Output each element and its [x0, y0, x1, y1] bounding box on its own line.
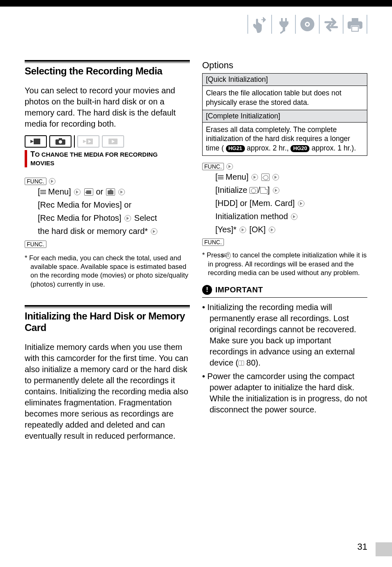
- bullet-erase-warning: Initializing the recording media will pe…: [202, 302, 367, 368]
- photo-tab-icon: [106, 188, 115, 196]
- footnote-media: * For each media, you can check the tota…: [25, 254, 190, 289]
- hdd-icon: [249, 187, 258, 194]
- func-label: FUNC.: [202, 238, 224, 246]
- svg-marker-6: [30, 140, 34, 143]
- arrow-icon: [74, 189, 81, 195]
- photo-rec-mode-icon: [49, 135, 71, 148]
- arrow-icon: [49, 178, 55, 185]
- arrow-icon: [251, 174, 258, 181]
- options-heading: Options: [202, 60, 367, 71]
- transfer-icon: [321, 15, 342, 34]
- steps-block-1: [ Menu] or [Rec Media for Movies] or [Re…: [25, 185, 190, 238]
- wrench-icon: [261, 174, 270, 181]
- set-button-icon: SET: [226, 252, 231, 259]
- hg20-badge: HG20: [291, 145, 309, 152]
- mode-indicator-row: [25, 135, 190, 148]
- quick-init-head: [Quick Initialization]: [203, 74, 367, 86]
- important-icon: !: [202, 285, 212, 295]
- func-label: FUNC.: [25, 241, 46, 248]
- section-title-initialize: Initializing the Hard Disk or Memory Car…: [25, 310, 190, 333]
- right-column: Options [Quick Initialization] Clears th…: [202, 60, 367, 447]
- left-column: Selecting the Recording Media You can se…: [25, 60, 190, 447]
- menu-icon: [40, 190, 46, 194]
- hg21-badge: HG21: [226, 145, 245, 152]
- quick-init-body: Clears the file allocation table but doe…: [203, 86, 367, 110]
- func-label: FUNC.: [202, 163, 224, 170]
- movie-rec-mode-icon: [25, 135, 47, 148]
- photo-play-mode-icon: [102, 135, 124, 148]
- menu-icon: [218, 175, 224, 180]
- arrow-icon: [125, 215, 131, 222]
- options-table: [Quick Initialization] Clears the file a…: [202, 73, 367, 156]
- complete-init-head: [Complete Initialization]: [203, 110, 367, 123]
- print-icon: [344, 15, 366, 34]
- svg-rect-5: [34, 139, 40, 144]
- mode-icon-strip: [247, 15, 367, 34]
- subhead-change-media-render: TO CHANGE THE MEDIA FOR RECORDING MOVIES: [25, 150, 190, 167]
- bullet-power-warning: Power the camcorder using the compact po…: [202, 371, 367, 415]
- manual-ref-icon: [238, 361, 244, 366]
- section-title-selecting-media: Selecting the Recording Media: [25, 65, 190, 77]
- arrow-icon: [118, 189, 125, 195]
- arrow-icon: [226, 163, 233, 170]
- arrow-icon: [151, 228, 157, 235]
- steps-block-2: [ Menu] [Initialize /] [HDD] or [Mem. Ca…: [202, 170, 367, 236]
- arrow-icon: [273, 187, 279, 194]
- arrow-icon: [291, 213, 297, 220]
- top-black-bar: [0, 0, 392, 7]
- page-edge-tab: [376, 542, 392, 556]
- movie-play-mode-icon: [77, 135, 99, 148]
- arrow-icon: [240, 227, 246, 233]
- footnote-cancel-init: * Press SET to cancel the complete initi…: [202, 251, 367, 277]
- initialize-desc: Initialize memory cards when you use the…: [25, 342, 190, 442]
- important-heading: ! IMPORTANT: [202, 285, 367, 295]
- svg-rect-8: [59, 138, 62, 140]
- sd-card-icon: [260, 187, 267, 194]
- important-bullets: Initializing the recording media will pe…: [202, 302, 367, 418]
- svg-marker-11: [83, 140, 86, 143]
- plug-icon: [273, 15, 294, 34]
- func-label: FUNC.: [25, 178, 46, 185]
- page-number: 31: [357, 542, 367, 552]
- arrow-icon: [272, 174, 279, 181]
- selecting-media-desc: You can select to record your movies and…: [25, 85, 190, 130]
- svg-point-2: [306, 23, 309, 25]
- arrow-icon: [269, 227, 275, 233]
- svg-point-9: [59, 140, 62, 143]
- disc-icon: [297, 15, 318, 34]
- movie-tab-icon: [84, 188, 93, 196]
- arrow-icon: [298, 200, 304, 207]
- complete-init-body: Erases all data completely. The complete…: [203, 123, 367, 155]
- svg-rect-3: [352, 26, 358, 31]
- hand-icon: [249, 15, 270, 34]
